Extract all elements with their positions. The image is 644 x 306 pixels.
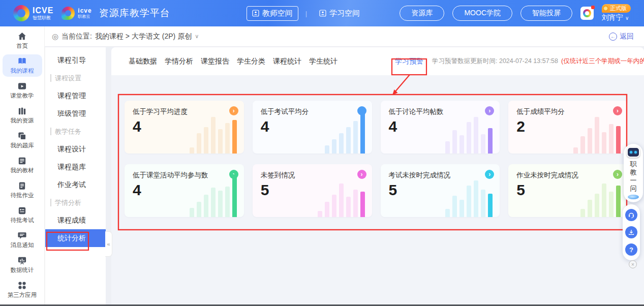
- card-exam-not-completed-on-time[interactable]: 考试未按时完成情况 › 5: [381, 164, 500, 217]
- sidebar-collapse-handle[interactable]: «: [105, 231, 112, 257]
- submenu-item-statistical-analysis[interactable]: 统计分析: [45, 229, 106, 247]
- robot-icon: [627, 147, 640, 158]
- card-arrow-icon[interactable]: ›: [357, 170, 366, 179]
- sidebar-item-classroom-teaching[interactable]: 课堂教学: [3, 79, 42, 102]
- sidebar-item-my-question-bank[interactable]: 我的题库: [3, 129, 42, 151]
- user-name-text: 刘宵宁: [602, 13, 623, 22]
- card-homework-not-completed-on-time[interactable]: 作业未按时完成情况 › 5: [508, 164, 628, 217]
- submenu-item-homework-exam[interactable]: 作业考试: [45, 176, 106, 194]
- space-switcher: 教师空间 | 学习空间: [247, 6, 365, 21]
- tab-classroom-report[interactable]: 课堂报告: [201, 57, 229, 66]
- submenu-item-class-management[interactable]: 班级管理: [45, 105, 106, 123]
- card-arrow-icon[interactable]: ›: [229, 106, 238, 115]
- card-title: 低于考试平均分: [261, 107, 309, 116]
- header-right: 资源库 MOOC学院 智能投屏 正式版 刘宵宁 ∨: [400, 4, 631, 22]
- icve-logo-icon: [13, 5, 29, 21]
- submenu-item-course-question-bank[interactable]: 课程题库: [45, 158, 106, 176]
- teacher-space-icon: [252, 10, 259, 17]
- breadcrumb-path[interactable]: 我的课程 > 大学语文 (2P) 原创: [95, 32, 192, 41]
- app-avatar-icon[interactable]: [580, 7, 594, 20]
- sidebar-item-label: 我的课程: [11, 67, 34, 75]
- back-button[interactable]: ← 返回: [609, 32, 634, 41]
- space-divider: |: [305, 10, 307, 17]
- update-scope-note: (仅统计近三个学期或一年内的数据): [561, 57, 644, 66]
- tab-learning-analysis[interactable]: 学情分析: [165, 57, 193, 66]
- submenu-item-course-grades[interactable]: 课程成绩: [45, 211, 106, 229]
- icve-cloud-logo-subtitle: 职教云: [78, 15, 91, 19]
- headset-icon: [628, 211, 635, 219]
- user-block[interactable]: 正式版 刘宵宁 ∨: [602, 4, 631, 22]
- icve-cloud-logo-text: icve 职教云: [78, 8, 91, 19]
- ai-assistant-widget[interactable]: 职教一问: [624, 144, 643, 202]
- homework-doc-icon: [17, 181, 27, 191]
- card-title: 考试未按时完成情况: [389, 171, 451, 180]
- submenu-section-teaching-tasks: 教学任务: [45, 123, 106, 140]
- card-arrow-icon[interactable]: ›: [485, 106, 494, 115]
- sidebar-item-my-textbooks[interactable]: 我的教材: [3, 154, 42, 176]
- smart-cast-button[interactable]: 智能投屏: [520, 6, 572, 21]
- submenu-section-learning-analysis: 学情分析: [45, 194, 106, 211]
- card-low-discussion-posts[interactable]: 低于讨论平均帖数 › 4: [381, 101, 500, 154]
- resource-library-button[interactable]: 资源库: [400, 6, 444, 21]
- analysis-tabbar: 基础数据 学情分析 课堂报告 学生分类 课程统计 学生统计 学习预警 学习预警数…: [111, 47, 644, 75]
- close-widgets-button[interactable]: ×: [629, 260, 637, 268]
- student-space-icon: [319, 10, 326, 17]
- card-value: 5: [516, 181, 525, 199]
- card-mini-bar-chart: [190, 117, 237, 154]
- card-title: 低于学习平均进度: [133, 107, 188, 116]
- sidebar-item-label: 课堂教学: [11, 92, 34, 100]
- tab-learning-warning[interactable]: 学习预警: [395, 57, 423, 66]
- sidebar-item-home[interactable]: 首页: [3, 29, 42, 52]
- tab-basic-data[interactable]: 基础数据: [129, 57, 157, 66]
- submenu-item-course-management[interactable]: 课程管理: [45, 87, 106, 105]
- help-button[interactable]: ?: [625, 243, 637, 256]
- breadcrumb-bar: ◎ 当前位置: 我的课程 > 大学语文 (2P) 原创 ∨ ← 返回: [45, 26, 644, 47]
- classroom-video-icon: [17, 81, 27, 91]
- card-mini-bar-chart: [318, 183, 365, 217]
- submenu-section-course-settings: 课程设置: [45, 69, 106, 87]
- sidebar-item-my-resources[interactable]: 我的资源: [3, 104, 42, 127]
- card-arrow-icon[interactable]: ›: [613, 106, 622, 115]
- sidebar-item-pending-homework[interactable]: 待批作业: [3, 179, 42, 201]
- tab-course-statistics[interactable]: 课程统计: [273, 57, 301, 66]
- card-low-exam-average[interactable]: 低于考试平均分 › 4: [253, 101, 372, 154]
- sidebar-item-data-statistics[interactable]: 数据统计: [3, 254, 42, 276]
- sidebar-item-third-party-apps[interactable]: 第三方应用: [3, 279, 42, 301]
- card-value: 5: [389, 181, 397, 199]
- submenu-item-course-design[interactable]: 课程设计: [45, 140, 106, 158]
- customer-service-button[interactable]: [625, 209, 637, 221]
- sidebar-item-my-courses[interactable]: 我的课程: [3, 54, 42, 77]
- sidebar-item-messages[interactable]: 消息通知: [3, 229, 42, 251]
- card-title: 低于讨论平均帖数: [389, 107, 444, 116]
- top-header: ICVE 智慧职教 icve 职教云 资源库教学平台 教师空间 | 学习空间 资…: [0, 0, 644, 26]
- card-low-classroom-participation[interactable]: 低于课堂活动平均参与数 › 4: [125, 164, 244, 217]
- tab-student-classification[interactable]: 学生分类: [237, 57, 265, 66]
- sidebar-item-label: 数据统计: [11, 266, 34, 274]
- card-arrow-icon[interactable]: ›: [485, 170, 494, 179]
- card-arrow-icon[interactable]: ›: [613, 170, 622, 179]
- question-mark-icon: ?: [629, 247, 633, 253]
- card-low-learning-progress[interactable]: 低于学习平均进度 › 4: [125, 101, 244, 154]
- sidebar-item-label: 第三方应用: [8, 291, 37, 299]
- submenu-item-course-guide[interactable]: 课程引导: [45, 51, 106, 69]
- avatar-swirl-icon: [583, 9, 591, 17]
- chevron-down-icon: ∨: [625, 15, 629, 21]
- warning-cards-grid: 低于学习平均进度 › 4 低于考试平均分 › 4 低于讨论平均帖数 › 4 低于…: [125, 101, 628, 217]
- card-low-grade-average[interactable]: 低于成绩平均分 › 2: [508, 101, 628, 154]
- card-value: 5: [261, 181, 269, 199]
- card-value: 4: [389, 118, 397, 135]
- version-badge: 正式版: [602, 4, 631, 13]
- sidebar-item-label: 我的教材: [11, 167, 34, 174]
- student-space-button[interactable]: 学习空间: [314, 7, 365, 20]
- download-icon: [628, 229, 635, 236]
- teacher-space-button[interactable]: 教师空间: [247, 6, 298, 21]
- breadcrumb-caret-icon[interactable]: ∨: [195, 33, 199, 40]
- download-button[interactable]: [625, 226, 637, 238]
- user-name[interactable]: 刘宵宁 ∨: [602, 13, 629, 22]
- card-not-signed-in[interactable]: 未签到情况 › 5: [253, 164, 372, 217]
- card-value: 2: [516, 118, 525, 135]
- sidebar-item-pending-exams[interactable]: 待批考试: [3, 204, 42, 226]
- tab-student-statistics[interactable]: 学生统计: [309, 57, 338, 66]
- wave-decoration-icon: [628, 195, 639, 199]
- mooc-academy-button[interactable]: MOOC学院: [452, 6, 512, 21]
